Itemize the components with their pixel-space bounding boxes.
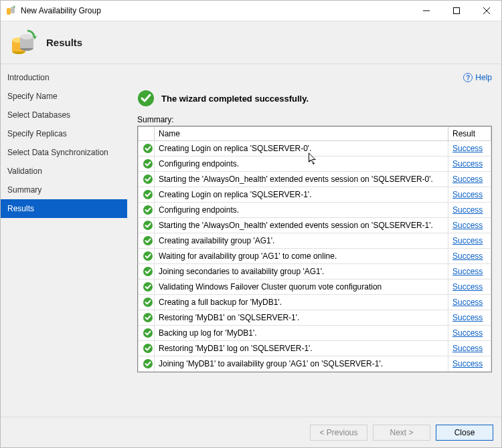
table-row[interactable]: Joining 'MyDB1' to availability group 'A… xyxy=(139,356,491,372)
row-result: Success xyxy=(448,341,491,356)
table-row[interactable]: Waiting for availability group 'AG1' to … xyxy=(139,249,491,264)
sidebar-item-specify-name[interactable]: Specify Name xyxy=(1,87,127,106)
result-link[interactable]: Success xyxy=(452,282,483,292)
sidebar-item-summary[interactable]: Summary xyxy=(1,181,127,199)
row-name: Validating Windows Failover Cluster quor… xyxy=(155,279,448,295)
status-message: The wizard completed successfully. xyxy=(161,94,309,104)
result-link[interactable]: Success xyxy=(452,344,483,353)
table-row[interactable]: Restoring 'MyDB1' log on 'SQLSERVER-1'.S… xyxy=(139,341,491,356)
row-result: Success xyxy=(448,233,491,249)
row-status-icon xyxy=(139,203,155,218)
row-status-icon xyxy=(139,187,155,203)
window-title: New Availability Group xyxy=(21,6,411,15)
result-link[interactable]: Success xyxy=(452,221,483,230)
result-link[interactable]: Success xyxy=(452,267,483,276)
row-name: Joining secondaries to availability grou… xyxy=(155,264,448,279)
row-status-icon xyxy=(139,279,155,295)
table-row[interactable]: Backing up log for 'MyDB1'.Success xyxy=(139,326,491,341)
table-row[interactable]: Creating Login on replica 'SQLSERVER-1'.… xyxy=(139,187,491,203)
next-button: Next > xyxy=(373,425,430,441)
row-status-icon xyxy=(139,264,155,279)
result-link[interactable]: Success xyxy=(452,190,483,199)
table-row[interactable]: Joining secondaries to availability grou… xyxy=(139,264,491,279)
row-status-icon xyxy=(139,156,155,172)
row-result: Success xyxy=(448,141,491,156)
row-status-icon xyxy=(139,218,155,233)
sidebar-item-select-databases[interactable]: Select Databases xyxy=(1,106,127,124)
row-result: Success xyxy=(448,279,491,295)
sidebar-item-validation[interactable]: Validation xyxy=(1,162,127,181)
table-row[interactable]: Starting the 'AlwaysOn_health' extended … xyxy=(139,218,491,233)
table-row[interactable]: Validating Windows Failover Cluster quor… xyxy=(139,279,491,295)
result-link[interactable]: Success xyxy=(452,236,483,245)
row-status-icon xyxy=(139,249,155,264)
result-link[interactable]: Success xyxy=(452,328,483,338)
row-name: Restoring 'MyDB1' on 'SQLSERVER-1'. xyxy=(155,310,448,326)
sidebar-item-select-data-synchronization[interactable]: Select Data Synchronization xyxy=(1,143,127,162)
row-name: Waiting for availability group 'AG1' to … xyxy=(155,249,448,264)
row-name: Creating availability group 'AG1'. xyxy=(155,233,448,249)
footer-bar: < Previous Next > Close xyxy=(1,417,501,447)
content-pane: ? Help The wizard completed successfully… xyxy=(128,64,501,417)
title-bar: New Availability Group xyxy=(1,1,501,21)
window-controls xyxy=(411,1,501,20)
row-result: Success xyxy=(448,156,491,172)
sidebar-item-specify-replicas[interactable]: Specify Replicas xyxy=(1,124,127,143)
row-name: Configuring endpoints. xyxy=(155,203,448,218)
header-band: Results xyxy=(1,21,501,64)
row-status-icon xyxy=(139,141,155,156)
close-wizard-button[interactable]: Close xyxy=(436,425,493,441)
row-name: Configuring endpoints. xyxy=(155,156,448,172)
table-row[interactable]: Creating Login on replica 'SQLSERVER-0'.… xyxy=(139,141,491,156)
row-name: Creating Login on replica 'SQLSERVER-1'. xyxy=(155,187,448,203)
result-link[interactable]: Success xyxy=(452,175,483,184)
row-name: Creating a full backup for 'MyDB1'. xyxy=(155,295,448,310)
result-link[interactable]: Success xyxy=(452,251,483,261)
row-status-icon xyxy=(139,295,155,310)
row-result: Success xyxy=(448,249,491,264)
result-link[interactable]: Success xyxy=(452,313,483,322)
status-row: The wizard completed successfully. xyxy=(137,90,492,107)
close-button[interactable] xyxy=(471,1,501,20)
result-link[interactable]: Success xyxy=(452,205,483,215)
table-row[interactable]: Configuring endpoints.Success xyxy=(139,203,491,218)
results-table: Name Result Creating Login on replica 'S… xyxy=(138,126,491,372)
row-result: Success xyxy=(448,172,491,187)
help-icon: ? xyxy=(463,73,473,82)
help-link[interactable]: ? Help xyxy=(463,73,492,82)
row-status-icon xyxy=(139,310,155,326)
app-icon xyxy=(6,5,17,16)
row-name: Restoring 'MyDB1' log on 'SQLSERVER-1'. xyxy=(155,341,448,356)
row-name: Backing up log for 'MyDB1'. xyxy=(155,326,448,341)
row-status-icon xyxy=(139,326,155,341)
result-link[interactable]: Success xyxy=(452,359,483,368)
row-name: Starting the 'AlwaysOn_health' extended … xyxy=(155,218,448,233)
summary-label: Summary: xyxy=(137,115,492,124)
table-row[interactable]: Creating availability group 'AG1'.Succes… xyxy=(139,233,491,249)
result-link[interactable]: Success xyxy=(452,298,483,307)
row-status-icon xyxy=(139,233,155,249)
row-status-icon xyxy=(139,341,155,356)
previous-button: < Previous xyxy=(310,425,367,441)
col-result[interactable]: Result xyxy=(448,127,491,141)
maximize-button[interactable] xyxy=(441,1,471,20)
table-row[interactable]: Restoring 'MyDB1' on 'SQLSERVER-1'.Succe… xyxy=(139,310,491,326)
sidebar-item-introduction[interactable]: Introduction xyxy=(1,68,127,87)
table-row[interactable]: Creating a full backup for 'MyDB1'.Succe… xyxy=(139,295,491,310)
wizard-icon xyxy=(10,29,37,56)
svg-rect-3 xyxy=(453,8,459,14)
success-icon xyxy=(137,90,155,107)
col-name[interactable]: Name xyxy=(155,127,448,141)
sidebar-item-results[interactable]: Results xyxy=(1,199,127,218)
wizard-sidebar: IntroductionSpecify NameSelect Databases… xyxy=(1,64,128,417)
table-row[interactable]: Configuring endpoints.Success xyxy=(139,156,491,172)
minimize-button[interactable] xyxy=(411,1,441,20)
col-icon[interactable] xyxy=(139,127,155,141)
row-result: Success xyxy=(448,356,491,372)
results-table-wrap: Name Result Creating Login on replica 'S… xyxy=(137,126,492,372)
table-row[interactable]: Starting the 'AlwaysOn_health' extended … xyxy=(139,172,491,187)
svg-rect-0 xyxy=(7,8,11,15)
row-result: Success xyxy=(448,187,491,203)
result-link[interactable]: Success xyxy=(452,144,483,153)
result-link[interactable]: Success xyxy=(452,159,483,169)
